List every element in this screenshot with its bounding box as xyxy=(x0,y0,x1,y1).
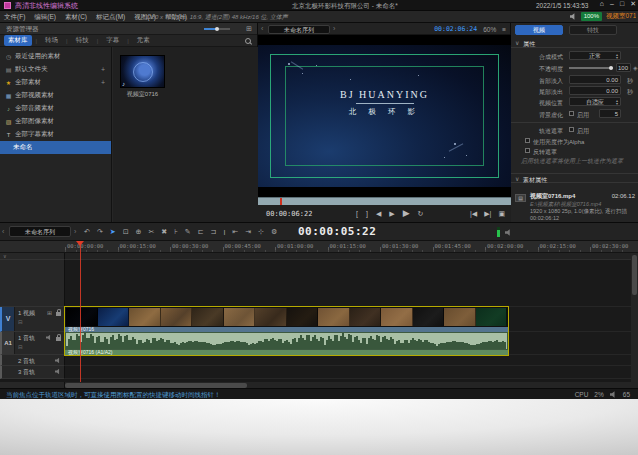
bin-tree-item[interactable]: ♪全部音频素材 xyxy=(0,102,111,115)
add-icon[interactable]: + xyxy=(101,66,105,73)
next-sequence-icon[interactable]: › xyxy=(74,228,76,235)
bin-tree-item[interactable]: ◷最近使用的素材 xyxy=(0,50,111,63)
menu-素材(C)[interactable]: 素材(C) xyxy=(65,13,87,22)
keyframe-icon[interactable]: ◈ xyxy=(633,64,638,71)
browser-tab-特技[interactable]: 特技 xyxy=(72,35,93,46)
timeline-sequence-tab[interactable]: 未命名序列 xyxy=(9,226,71,237)
close-button[interactable]: ✕ xyxy=(630,0,636,8)
redo-icon[interactable]: ↷ xyxy=(97,228,103,236)
thumbnail-mode-icon[interactable]: ⊞ xyxy=(47,309,52,316)
mark-out-icon[interactable]: ] xyxy=(366,209,368,218)
timeline-ruler[interactable]: 00:00:00:0000:00:15:0000:00:30:0000:00:4… xyxy=(0,241,638,253)
play-icon[interactable]: ▶ xyxy=(403,209,410,218)
bin-tree-item[interactable]: ▦全部视频素材 xyxy=(0,89,111,102)
next-edit-icon[interactable]: ▶| xyxy=(484,209,491,218)
sequence-tab[interactable]: 未命名序列 xyxy=(268,25,330,34)
insert-mode-icon[interactable]: ⊕ xyxy=(136,228,142,236)
track-expand-icon[interactable]: ⊟ xyxy=(18,344,23,350)
set-out-icon[interactable]: ⊐ xyxy=(211,228,217,236)
browser-tab-素材库[interactable]: 素材库 xyxy=(4,35,32,46)
add-icon[interactable]: + xyxy=(101,79,105,86)
timeline-video-clip[interactable]: 视频室0716 xyxy=(65,307,508,332)
settings-icon[interactable]: ⚙ xyxy=(271,228,277,236)
bin-tree-item[interactable]: 未命名 xyxy=(0,141,111,154)
bin-tree-item[interactable]: ★全部素材+ xyxy=(0,76,111,89)
chevron-down-icon[interactable]: ∨ xyxy=(515,175,519,182)
lock-icon[interactable] xyxy=(56,312,61,316)
bin-tree-item[interactable]: T全部字幕素材 xyxy=(0,128,111,141)
jump-prev-icon[interactable]: ⇤ xyxy=(232,228,238,236)
next-sequence-icon[interactable]: › xyxy=(333,25,335,32)
track-matte-checkbox[interactable] xyxy=(569,127,574,132)
chevron-down-icon[interactable]: ∨ xyxy=(515,39,519,46)
track-header-audio-1[interactable]: A1 1 音轨 ⊟ xyxy=(0,332,65,355)
fade-in-value[interactable]: 0.00 xyxy=(569,75,621,84)
next-frame-icon[interactable]: ▶ xyxy=(389,209,394,218)
tab-effects[interactable]: 特技 xyxy=(569,25,617,35)
vscroll-thumb[interactable] xyxy=(632,255,637,295)
ibeam-icon[interactable]: I xyxy=(223,229,225,236)
fade-out-value[interactable]: 0.00 xyxy=(569,86,621,95)
volume-icon[interactable] xyxy=(570,13,577,20)
collapse-icon[interactable]: ∨ xyxy=(3,253,7,259)
timeline-vscrollbar[interactable] xyxy=(631,253,638,382)
audio-track-3-lane[interactable] xyxy=(65,366,638,379)
prev-sequence-icon[interactable]: ‹ xyxy=(261,25,263,32)
maximize-button[interactable]: □ xyxy=(620,0,624,8)
playhead-line[interactable] xyxy=(80,241,81,382)
minimize-button[interactable]: – xyxy=(610,0,614,8)
mute-icon[interactable] xyxy=(55,358,61,364)
timeline-empty-lane[interactable] xyxy=(65,260,638,307)
grid-view-icon[interactable]: ⊞ xyxy=(246,25,252,33)
timeline-marker-bar[interactable] xyxy=(0,253,638,260)
prev-sequence-icon[interactable]: ‹ xyxy=(2,228,4,235)
blend-mode-select[interactable]: 正常▴▾ xyxy=(569,51,621,60)
prev-frame-icon[interactable]: ◀ xyxy=(376,209,381,218)
player-seek-bar[interactable] xyxy=(258,197,511,205)
matte-luma-checkbox[interactable] xyxy=(525,138,530,143)
browser-tab-字幕[interactable]: 字幕 xyxy=(102,35,123,46)
undo-icon[interactable]: ↶ xyxy=(84,228,90,236)
preview-zoom-level[interactable]: 60% xyxy=(483,26,496,33)
tab-video[interactable]: 视频 xyxy=(515,25,563,35)
mute-icon[interactable] xyxy=(46,335,52,341)
menu-标记点(M)[interactable]: 标记点(M) xyxy=(96,13,125,22)
track-header-audio-3[interactable]: 3 音轨 xyxy=(0,366,65,379)
audio-track-2-lane[interactable] xyxy=(65,355,638,366)
pointer-tool-icon[interactable]: ➤ xyxy=(110,228,116,236)
delete-icon[interactable]: ✖ xyxy=(161,228,167,236)
home-icon[interactable]: ⌂ xyxy=(600,0,604,8)
pen-icon[interactable]: ✎ xyxy=(185,228,191,236)
loop-icon[interactable]: ↻ xyxy=(418,209,424,218)
timeline-speaker-icon[interactable] xyxy=(505,229,512,236)
timeline-audio-clip[interactable]: 视频室0716 (A1/A2) xyxy=(65,332,508,355)
lock-icon[interactable] xyxy=(56,337,61,341)
track-header-video-1[interactable]: V 1 视频 ⊞ ⊟ xyxy=(0,307,65,332)
clip-thumbnail-card[interactable]: ♪ 视频室0716 xyxy=(120,55,165,99)
track-select-icon[interactable]: ⊡ xyxy=(123,228,129,236)
opacity-value[interactable]: 100 xyxy=(616,63,631,72)
jump-next-icon[interactable]: ⇥ xyxy=(245,228,251,236)
background-blur-checkbox[interactable] xyxy=(569,111,574,116)
browser-tab-转场[interactable]: 转场 xyxy=(41,35,62,46)
speaker-icon[interactable] xyxy=(610,391,617,398)
set-in-icon[interactable]: ⊏ xyxy=(198,228,204,236)
clip-thumbnail-image[interactable]: ♪ xyxy=(120,55,165,88)
track-header-audio-2[interactable]: 2 音轨 xyxy=(0,355,65,366)
opacity-slider[interactable] xyxy=(569,67,613,69)
trim-icon[interactable]: ⊦ xyxy=(174,228,178,236)
track-expand-icon[interactable]: ⊟ xyxy=(18,319,23,325)
prev-edit-icon[interactable]: |◀ xyxy=(470,209,477,218)
mute-icon[interactable] xyxy=(55,369,61,375)
video-position-select[interactable]: 自适应▴▾ xyxy=(569,97,621,106)
bin-tree-item[interactable]: ▨全部图像素材 xyxy=(0,115,111,128)
fullscreen-icon[interactable]: ▣ xyxy=(498,209,505,218)
background-blur-value[interactable]: 5 xyxy=(599,109,621,118)
razor-icon[interactable]: ✂ xyxy=(148,228,154,236)
menu-编辑(E)[interactable]: 编辑(E) xyxy=(34,13,56,22)
snap-icon[interactable]: ⊹ xyxy=(258,228,264,236)
menu-文件(F)[interactable]: 文件(F) xyxy=(4,13,25,22)
browser-tab-元素[interactable]: 元素 xyxy=(133,35,154,46)
thumbnail-size-slider[interactable] xyxy=(204,28,230,30)
matte-invert-checkbox[interactable] xyxy=(525,148,530,153)
